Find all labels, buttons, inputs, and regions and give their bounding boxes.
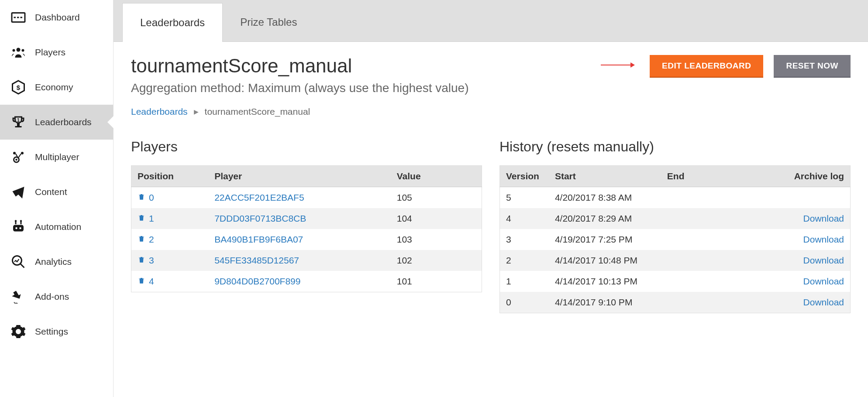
- value-cell: 104: [391, 208, 482, 229]
- sidebar-item-leaderboards[interactable]: 1 Leaderboards: [0, 105, 113, 140]
- header-row: tournamentScore_manual EDIT LEADERBOARD …: [131, 55, 851, 77]
- content-area: tournamentScore_manual EDIT LEADERBOARD …: [114, 42, 868, 397]
- position-link[interactable]: 3: [149, 255, 154, 266]
- addons-icon: [10, 288, 27, 305]
- start-cell: 4/14/2017 9:10 PM: [549, 292, 661, 313]
- svg-text:1: 1: [17, 117, 20, 123]
- sidebar-item-label: Economy: [35, 82, 73, 92]
- svg-point-17: [19, 227, 21, 229]
- version-cell: 1: [500, 271, 549, 292]
- version-cell: 5: [500, 187, 549, 209]
- archive-cell: Download: [745, 250, 851, 271]
- start-cell: 4/20/2017 8:29 AM: [549, 208, 661, 229]
- player-link[interactable]: 545FE33485D12567: [214, 255, 299, 265]
- players-panel: Players Position Player Value 022ACC5F20…: [131, 139, 482, 313]
- sidebar-item-automation[interactable]: Automation: [0, 209, 113, 244]
- start-cell: 4/14/2017 10:48 PM: [549, 250, 661, 271]
- trash-icon[interactable]: [138, 192, 145, 203]
- svg-point-20: [15, 220, 17, 222]
- breadcrumb: Leaderboards ▶ tournamentScore_manual: [131, 106, 851, 117]
- table-row: 54/20/2017 8:38 AM: [500, 187, 851, 209]
- players-panel-title: Players: [131, 139, 482, 155]
- chevron-right-icon: ▶: [194, 108, 199, 115]
- sidebar-item-content[interactable]: Content: [0, 175, 113, 209]
- main-content: Leaderboards Prize Tables tournamentScor…: [114, 0, 868, 397]
- start-cell: 4/19/2017 7:25 PM: [549, 229, 661, 250]
- sidebar-item-analytics[interactable]: Analytics: [0, 244, 113, 279]
- value-cell: 102: [391, 250, 482, 271]
- sidebar-item-addons[interactable]: Add-ons: [0, 279, 113, 314]
- version-cell: 3: [500, 229, 549, 250]
- download-link[interactable]: Download: [803, 276, 844, 286]
- position-link[interactable]: 1: [149, 213, 154, 224]
- end-cell: [661, 250, 745, 271]
- players-icon: [10, 44, 27, 61]
- player-link[interactable]: 22ACC5F201E2BAF5: [214, 192, 304, 202]
- svg-point-14: [15, 159, 17, 161]
- multiplayer-icon: [10, 148, 27, 166]
- version-cell: 2: [500, 250, 549, 271]
- svg-point-4: [17, 48, 21, 52]
- value-cell: 103: [391, 229, 482, 250]
- sidebar-item-dashboard[interactable]: Dashboard: [0, 0, 113, 35]
- sidebar-item-players[interactable]: Players: [0, 35, 113, 70]
- sidebar-item-label: Add-ons: [35, 291, 69, 302]
- svg-text:$: $: [17, 84, 21, 91]
- col-player: Player: [208, 166, 391, 187]
- table-row: 14/14/2017 10:13 PMDownload: [500, 271, 851, 292]
- page-title: tournamentScore_manual: [131, 55, 352, 77]
- tab-prize-tables[interactable]: Prize Tables: [223, 3, 314, 41]
- table-row: 24/14/2017 10:48 PMDownload: [500, 250, 851, 271]
- download-link[interactable]: Download: [803, 234, 844, 244]
- position-link[interactable]: 4: [149, 276, 154, 287]
- table-row: 2BA490B1FB9F6BA07103: [131, 229, 482, 250]
- trash-icon[interactable]: [138, 255, 145, 266]
- sidebar-item-multiplayer[interactable]: Multiplayer: [0, 140, 113, 175]
- sidebar: Dashboard Players $ Economy 1 Leaderboar…: [0, 0, 114, 397]
- svg-point-21: [20, 220, 22, 222]
- sidebar-item-economy[interactable]: $ Economy: [0, 70, 113, 105]
- leaderboards-icon: 1: [10, 113, 27, 131]
- trash-icon[interactable]: [138, 213, 145, 224]
- end-cell: [661, 187, 745, 209]
- end-cell: [661, 229, 745, 250]
- sidebar-item-label: Analytics: [35, 257, 72, 267]
- reset-now-button[interactable]: RESET NOW: [774, 55, 851, 77]
- edit-leaderboard-button[interactable]: EDIT LEADERBOARD: [650, 55, 763, 77]
- download-link[interactable]: Download: [803, 255, 844, 265]
- sidebar-item-settings[interactable]: Settings: [0, 314, 113, 349]
- history-table: Version Start End Archive log 54/20/2017…: [499, 165, 851, 313]
- version-cell: 4: [500, 208, 549, 229]
- trash-icon[interactable]: [138, 234, 145, 245]
- col-end: End: [661, 166, 745, 187]
- sidebar-item-label: Automation: [35, 222, 81, 232]
- action-buttons: EDIT LEADERBOARD RESET NOW: [600, 55, 851, 77]
- table-row: 022ACC5F201E2BAF5105: [131, 187, 482, 209]
- tab-bar: Leaderboards Prize Tables: [114, 0, 868, 42]
- table-row: 04/14/2017 9:10 PMDownload: [500, 292, 851, 313]
- svg-rect-1: [14, 17, 16, 18]
- breadcrumb-root[interactable]: Leaderboards: [131, 106, 188, 117]
- player-link[interactable]: BA490B1FB9F6BA07: [214, 234, 303, 244]
- players-table: Position Player Value 022ACC5F201E2BAF51…: [131, 165, 482, 292]
- position-link[interactable]: 0: [149, 192, 154, 203]
- table-row: 3545FE33485D12567102: [131, 250, 482, 271]
- subtitle: Aggregation method: Maximum (always use …: [131, 81, 851, 95]
- player-link[interactable]: 9D804D0B2700F899: [214, 276, 300, 286]
- download-link[interactable]: Download: [803, 297, 844, 307]
- start-cell: 4/20/2017 8:38 AM: [549, 187, 661, 209]
- tab-leaderboards[interactable]: Leaderboards: [122, 3, 223, 42]
- download-link[interactable]: Download: [803, 213, 844, 223]
- table-row: 49D804D0B2700F899101: [131, 271, 482, 292]
- trash-icon[interactable]: [138, 276, 145, 287]
- version-cell: 0: [500, 292, 549, 313]
- end-cell: [661, 271, 745, 292]
- position-link[interactable]: 2: [149, 234, 154, 245]
- value-cell: 105: [391, 187, 482, 209]
- svg-rect-9: [15, 126, 22, 127]
- svg-point-22: [13, 256, 22, 265]
- svg-rect-15: [13, 225, 24, 232]
- player-link[interactable]: 7DDD03F0713BC8CB: [214, 213, 306, 223]
- svg-point-6: [22, 49, 24, 52]
- value-cell: 101: [391, 271, 482, 292]
